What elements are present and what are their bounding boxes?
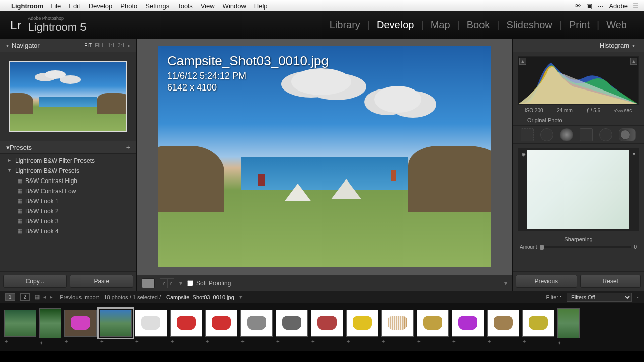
module-develop[interactable]: Develop: [370, 19, 421, 31]
toolbar-dropdown-icon[interactable]: ▾: [504, 280, 507, 287]
filmstrip-thumb[interactable]: ✦: [64, 310, 97, 344]
preset-folder[interactable]: Lightroom B&W Presets: [0, 166, 136, 176]
grid-view-icon[interactable]: ▦: [35, 294, 40, 300]
filmstrip-thumb[interactable]: ✦: [240, 310, 273, 344]
collapse-icon[interactable]: ▾: [6, 144, 10, 151]
zoom-dropdown-icon[interactable]: ▸: [128, 43, 130, 48]
module-map[interactable]: Map: [424, 19, 457, 31]
filter-lock-icon[interactable]: ▪: [637, 294, 639, 300]
copy-button[interactable]: Copy...: [3, 275, 67, 288]
menu-view[interactable]: View: [201, 2, 215, 10]
macos-menubar: Lightroom File Edit Develop Photo Settin…: [0, 0, 644, 11]
shadow-clip-icon[interactable]: ▲: [519, 58, 526, 65]
filmstrip-thumb[interactable]: ✦: [135, 310, 167, 344]
menu-help[interactable]: Help: [254, 2, 268, 10]
highlight-clip-icon[interactable]: ▲: [630, 58, 637, 65]
center-canvas-area: Campsite_Shot03_0010.jpg 11/6/12 5:24:12…: [137, 39, 512, 291]
original-photo-checkbox[interactable]: [519, 118, 524, 123]
add-preset-button[interactable]: +: [126, 143, 130, 151]
loupe-view-button[interactable]: [142, 278, 155, 288]
preset-item[interactable]: B&W Contrast High: [0, 176, 136, 186]
primary-monitor-button[interactable]: 1: [5, 293, 15, 301]
list-icon[interactable]: ☰: [633, 2, 639, 10]
preset-folder[interactable]: Lightroom B&W Filter Presets: [0, 156, 136, 166]
module-web[interactable]: Web: [599, 19, 634, 31]
spot-removal-tool[interactable]: [540, 128, 553, 141]
adjustment-brush-tool[interactable]: [619, 128, 636, 141]
filmstrip-thumb[interactable]: ✦: [557, 308, 580, 346]
filmstrip[interactable]: ✦✦✦✦✦✦✦✦✦✦✦✦✦✦✦✦✦: [0, 303, 644, 351]
preset-item[interactable]: B&W Look 4: [0, 226, 136, 236]
detail-collapse-icon[interactable]: ▾: [633, 151, 635, 157]
crop-tool[interactable]: [521, 128, 534, 141]
selected-filename[interactable]: Campsite_Shot03_0010.jpg: [166, 294, 234, 300]
filename-dropdown-icon[interactable]: ▾: [239, 294, 243, 300]
menu-photo[interactable]: Photo: [120, 2, 137, 10]
preset-item[interactable]: B&W Contrast Low: [0, 186, 136, 196]
cloud-status-icon[interactable]: 👁: [575, 2, 581, 10]
menu-edit[interactable]: Edit: [69, 2, 80, 10]
sync-status-icon[interactable]: ▣: [586, 2, 592, 10]
filmstrip-thumb[interactable]: ✦: [452, 310, 484, 344]
menu-tools[interactable]: Tools: [177, 2, 192, 10]
zoom-fit[interactable]: FIT: [84, 43, 92, 48]
module-book[interactable]: Book: [460, 19, 497, 31]
histogram[interactable]: ▲ ▲: [518, 56, 639, 105]
nav-forward-icon[interactable]: ▸: [50, 294, 53, 300]
collapse-icon[interactable]: ▾: [632, 43, 635, 48]
filmstrip-thumb[interactable]: ✦: [381, 310, 414, 344]
app-menu[interactable]: Lightroom: [11, 2, 43, 10]
redeye-tool[interactable]: [560, 128, 573, 141]
more-icon[interactable]: ⋯: [597, 2, 604, 10]
filmstrip-thumb[interactable]: ✦: [487, 310, 519, 344]
before-after-dropdown-icon[interactable]: ▾: [179, 280, 182, 287]
original-photo-label: Original Photo: [527, 117, 562, 123]
filmstrip-thumb[interactable]: ✦: [100, 310, 132, 344]
app-logo-icon: Lr: [10, 18, 22, 32]
module-slideshow[interactable]: Slideshow: [500, 19, 559, 31]
navigator-header[interactable]: ▾ Navigator FIT FILL 1:1 3:1 ▸: [0, 39, 136, 52]
soft-proofing-checkbox[interactable]: [187, 280, 193, 286]
menu-develop[interactable]: Develop: [89, 2, 113, 10]
main-image-canvas[interactable]: Campsite_Shot03_0010.jpg 11/6/12 5:24:12…: [158, 46, 491, 267]
navigator-title: Navigator: [12, 42, 40, 49]
filmstrip-thumb[interactable]: ✦: [205, 310, 237, 344]
previous-button[interactable]: Previous: [516, 275, 577, 288]
zoom-3to1[interactable]: 3:1: [118, 43, 125, 48]
filmstrip-thumb[interactable]: ✦: [170, 310, 202, 344]
zoom-1to1[interactable]: 1:1: [108, 43, 115, 48]
filter-select[interactable]: Filters Off: [567, 293, 632, 302]
graduated-filter-tool[interactable]: [580, 128, 593, 141]
menu-settings[interactable]: Settings: [145, 2, 169, 10]
radial-filter-tool[interactable]: [599, 128, 612, 141]
menu-file[interactable]: File: [50, 2, 61, 10]
menu-window[interactable]: Window: [223, 2, 246, 10]
filmstrip-thumb[interactable]: ✦: [522, 310, 554, 344]
zoom-fill[interactable]: FILL: [95, 43, 105, 48]
module-library[interactable]: Library: [323, 19, 367, 31]
module-print[interactable]: Print: [562, 19, 597, 31]
source-label[interactable]: Previous Import: [60, 294, 99, 300]
collapse-icon[interactable]: ▾: [6, 43, 9, 48]
secondary-monitor-button[interactable]: 2: [20, 293, 30, 301]
filmstrip-thumb[interactable]: ✦: [311, 310, 343, 344]
preset-item[interactable]: B&W Look 2: [0, 206, 136, 216]
preset-item[interactable]: B&W Look 3: [0, 216, 136, 226]
detail-preview[interactable]: ⊕ ▾: [518, 148, 639, 231]
filmstrip-thumb[interactable]: ✦: [417, 310, 449, 344]
paste-button[interactable]: Paste: [70, 275, 134, 288]
presets-header[interactable]: ▾ Presets +: [0, 141, 136, 154]
soft-proofing-label: Soft Proofing: [196, 280, 231, 287]
navigator-preview[interactable]: [0, 52, 136, 141]
before-after-button[interactable]: YY: [160, 278, 174, 288]
filmstrip-thumb[interactable]: ✦: [39, 308, 61, 346]
filmstrip-thumb[interactable]: ✦: [4, 310, 36, 344]
nav-back-icon[interactable]: ◂: [43, 294, 46, 300]
preset-item[interactable]: B&W Look 1: [0, 196, 136, 206]
filmstrip-thumb[interactable]: ✦: [346, 310, 378, 344]
histogram-header[interactable]: Histogram ▾: [513, 39, 644, 52]
detail-picker-icon[interactable]: ⊕: [521, 151, 526, 158]
reset-button[interactable]: Reset: [580, 275, 641, 288]
filmstrip-thumb[interactable]: ✦: [276, 310, 308, 344]
amount-slider[interactable]: [540, 246, 631, 248]
